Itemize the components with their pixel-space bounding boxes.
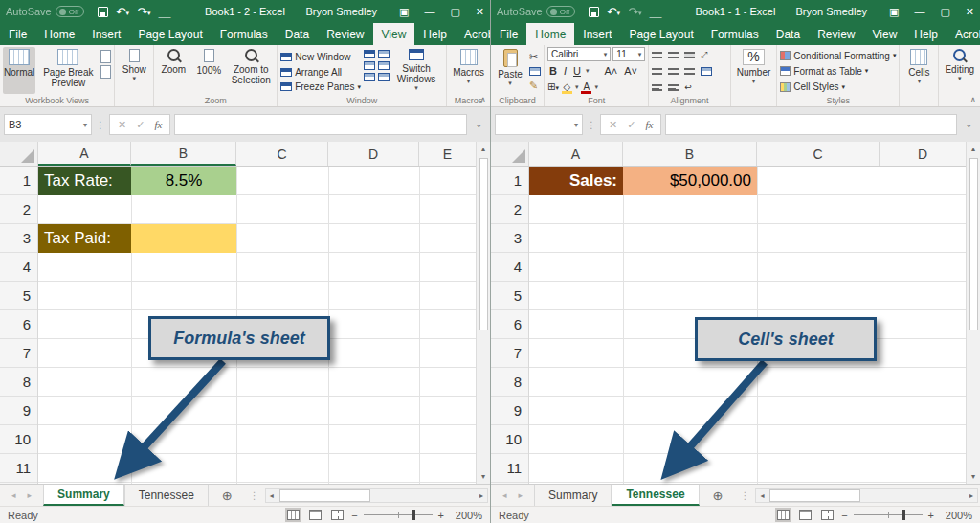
name-box-dropdown-icon[interactable]: ▾ — [83, 121, 87, 129]
ribbon-tab[interactable]: Formulas — [702, 23, 768, 45]
format-painter-icon[interactable]: ✎ — [529, 80, 541, 92]
page-break-preview-button[interactable]: Page Break Preview — [38, 47, 98, 94]
row-header[interactable]: 4 — [491, 253, 528, 282]
maximize-icon[interactable]: ▢ — [940, 6, 949, 18]
maximize-icon[interactable]: ▢ — [450, 6, 459, 18]
cut-icon[interactable]: ✂ — [529, 51, 541, 63]
wrap-text-icon[interactable]: ↩ — [684, 82, 692, 92]
select-all-corner[interactable] — [491, 142, 529, 166]
font-color-icon[interactable]: A — [581, 81, 591, 92]
zoom-percentage[interactable]: 200% — [940, 510, 972, 521]
zoom-out-icon[interactable]: − — [841, 510, 847, 521]
hscrollbar-thumb[interactable] — [769, 489, 860, 502]
zoom-slider[interactable] — [364, 514, 433, 515]
split-icon[interactable] — [364, 50, 375, 58]
cell-B1[interactable]: 8.5% — [131, 167, 236, 195]
fill-color-icon[interactable]: ◇ — [562, 81, 572, 92]
row-header[interactable]: 8 — [0, 368, 37, 397]
vertical-scrollbar[interactable]: ▴ ▾ — [966, 142, 980, 484]
enter-icon[interactable]: ✓ — [136, 119, 145, 131]
ribbon-tab[interactable]: Review — [318, 23, 372, 45]
ribbon-tab[interactable]: View — [373, 23, 415, 45]
hscrollbar-thumb[interactable] — [279, 489, 370, 502]
ribbon-tab[interactable]: Page Layout — [129, 23, 211, 45]
scroll-down-icon[interactable]: ▾ — [971, 469, 975, 484]
row-header[interactable]: 7 — [491, 339, 528, 368]
cell-A3[interactable]: Tax Paid: — [38, 224, 131, 253]
cell-A1[interactable]: Tax Rate: — [38, 167, 131, 195]
scroll-left-icon[interactable]: ◂ — [756, 491, 768, 500]
name-box[interactable]: B3 ▾ — [4, 114, 92, 135]
custom-views-icon[interactable] — [100, 65, 111, 79]
page-break-view-shortcut-icon[interactable] — [821, 510, 834, 520]
ribbon-display-options-icon[interactable]: ▣ — [889, 6, 899, 18]
sheet-tab[interactable]: Tennessee — [612, 485, 699, 506]
align-right-icon[interactable] — [684, 68, 695, 75]
row-header[interactable]: 4 — [0, 253, 37, 282]
column-header[interactable]: D — [328, 142, 419, 166]
column-header[interactable]: B — [623, 142, 757, 166]
normal-view-button[interactable]: Normal — [3, 47, 35, 94]
ribbon-tab[interactable]: Insert — [83, 23, 129, 45]
sheet-tab[interactable]: Tennessee — [124, 485, 209, 506]
save-icon[interactable] — [589, 7, 599, 17]
align-left-icon[interactable] — [652, 68, 662, 75]
insert-function-icon[interactable]: fx — [154, 119, 162, 130]
view-side-by-side-icon[interactable] — [378, 50, 390, 58]
autosave-switch[interactable]: Off — [56, 6, 84, 17]
merge-center-icon[interactable] — [701, 67, 712, 76]
enter-icon[interactable]: ✓ — [627, 119, 635, 131]
increase-font-icon[interactable]: A˄ — [602, 65, 619, 77]
row-header[interactable]: 2 — [491, 195, 528, 224]
undo-icon[interactable]: ↶▾ — [116, 6, 129, 18]
copy-icon[interactable] — [529, 67, 541, 76]
cell-A1[interactable]: Sales: — [529, 167, 623, 195]
scrollbar-thumb[interactable] — [969, 158, 978, 330]
row-header[interactable]: 6 — [0, 310, 37, 339]
customize-qat-icon[interactable]: ⸏ — [159, 6, 171, 18]
collapse-ribbon-icon[interactable]: ∧ — [479, 95, 486, 104]
new-sheet-icon[interactable]: ⊕ — [209, 485, 246, 506]
cell-B1[interactable]: $50,000.00 — [623, 167, 757, 195]
scroll-up-icon[interactable]: ▴ — [481, 142, 485, 156]
redo-icon[interactable]: ↷▾ — [628, 6, 641, 18]
row-header[interactable]: 3 — [491, 224, 528, 253]
ribbon-tab[interactable]: Page Layout — [620, 23, 702, 45]
column-header[interactable]: D — [880, 142, 966, 166]
column-header[interactable]: A — [38, 142, 131, 166]
ribbon-tab[interactable]: Data — [277, 23, 318, 45]
row-header[interactable]: 7 — [0, 339, 37, 368]
editing-button[interactable]: Editing▾ — [942, 47, 977, 94]
cancel-icon[interactable]: ✕ — [609, 119, 617, 131]
show-dropdown[interactable]: Show▾ — [118, 47, 150, 94]
row-header[interactable]: 1 — [0, 167, 37, 195]
close-icon[interactable]: ✕ — [966, 6, 974, 18]
ribbon-tab[interactable]: Acrobat — [947, 23, 980, 45]
vertical-scrollbar[interactable]: ▴ ▾ — [476, 142, 490, 484]
formula-input[interactable] — [665, 114, 957, 135]
row-header[interactable]: 5 — [491, 282, 528, 310]
page-layout-view-shortcut-icon[interactable] — [799, 510, 812, 520]
align-bottom-icon[interactable] — [684, 52, 695, 58]
save-icon[interactable] — [98, 7, 108, 17]
scroll-left-icon[interactable]: ◂ — [266, 491, 278, 500]
borders-icon[interactable]: ⊞▾ — [547, 81, 559, 92]
switch-windows-button[interactable]: Switch Windows▾ — [392, 47, 440, 94]
zoom-slider-thumb[interactable] — [902, 510, 905, 520]
column-header[interactable]: A — [529, 142, 623, 166]
page-layout-view-icon[interactable] — [100, 50, 111, 63]
format-as-table-button[interactable]: Format as Table▾ — [780, 64, 896, 78]
cancel-icon[interactable]: ✕ — [118, 119, 126, 131]
zoom-100-button[interactable]: 100% — [192, 47, 225, 94]
ribbon-tab[interactable]: Data — [768, 23, 809, 45]
scroll-up-icon[interactable]: ▴ — [971, 142, 975, 156]
zoom-in-icon[interactable]: + — [928, 510, 934, 521]
row-header[interactable]: 5 — [0, 282, 37, 310]
name-box[interactable]: ▾ — [495, 114, 583, 135]
align-top-icon[interactable] — [652, 52, 662, 58]
ribbon-tab[interactable]: File — [0, 23, 35, 45]
ribbon-tab[interactable]: Formulas — [212, 23, 277, 45]
freeze-panes-button[interactable]: Freeze Panes▾ — [280, 80, 361, 94]
horizontal-scrollbar[interactable]: ◂ ▸ — [755, 488, 978, 503]
normal-view-shortcut-icon[interactable] — [287, 510, 300, 520]
